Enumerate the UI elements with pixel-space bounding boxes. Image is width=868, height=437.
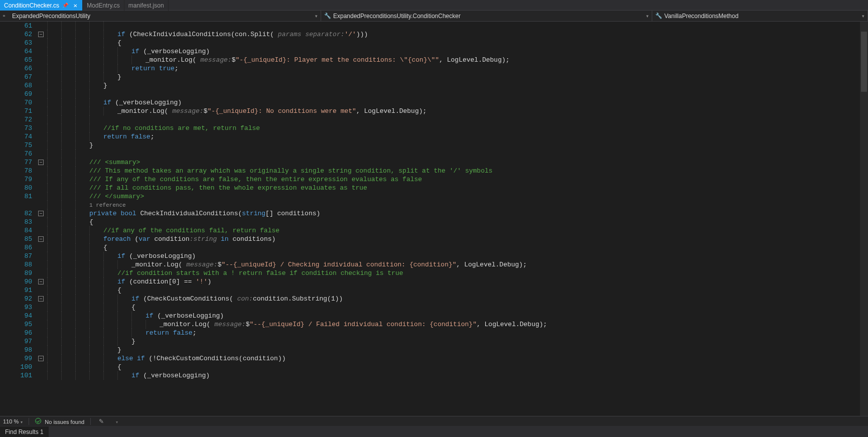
divider	[90, 418, 91, 425]
line-number: 78	[0, 167, 32, 175]
pin-icon[interactable]: 📌	[62, 3, 68, 8]
vertical-scrollbar[interactable]	[860, 22, 868, 416]
code-line	[45, 22, 868, 30]
code-line: //if no conditions are met, return false	[45, 124, 868, 132]
code-line: /// <summary>	[45, 158, 868, 167]
namespace-icon: ▫	[3, 13, 10, 20]
line-number: 96	[0, 329, 32, 337]
code-line: _monitor.Log( message:$"--{_uniqueId} / …	[45, 260, 868, 269]
line-number: 72	[0, 115, 32, 124]
code-line: foreach (var condition:string in conditi…	[45, 235, 868, 243]
close-icon[interactable]	[72, 2, 78, 9]
code-line: return false;	[45, 132, 868, 141]
brush-dropdown[interactable]	[112, 418, 120, 425]
code-line	[45, 150, 868, 158]
line-number: 93	[0, 303, 32, 312]
line-number: 71	[0, 107, 32, 115]
code-line: if (condition[0] == '!')	[45, 277, 868, 286]
fold-toggle[interactable]	[38, 160, 44, 165]
line-number: 95	[0, 320, 32, 329]
code-line: if (_verboseLogging)	[45, 312, 868, 320]
line-number: 70	[0, 98, 32, 107]
code-line: if (CheckIndividualConditions(con.Split(…	[45, 30, 868, 39]
file-tab-modentry[interactable]: ModEntry.cs	[83, 0, 124, 11]
breadcrumb-bar: ▫ ExpandedPreconditionsUtility 🔧 Expande…	[0, 11, 868, 22]
breadcrumb-namespace[interactable]: ▫ ExpandedPreconditionsUtility	[0, 11, 321, 21]
line-number: 65	[0, 56, 32, 64]
line-number: 63	[0, 39, 32, 47]
line-number: 76	[0, 150, 32, 158]
code-line: if (CheckCustomConditions( con:condition…	[45, 295, 868, 303]
method-icon: 🔧	[655, 13, 662, 20]
line-number: 69	[0, 90, 32, 98]
bottom-tool-tabs: Find Results 1	[0, 426, 868, 437]
tab-bar: ConditionChecker.cs 📌 ModEntry.cs manife…	[0, 0, 868, 11]
code-line: private bool CheckIndividualConditions(s…	[45, 209, 868, 218]
code-line: }	[45, 346, 868, 354]
fold-toggle[interactable]	[38, 236, 44, 242]
line-number: 84	[0, 226, 32, 235]
breadcrumb-text: ExpandedPreconditionsUtility.ConditionCh…	[333, 13, 461, 20]
code-editor[interactable]: 6162636465666768697071727374757677787980…	[0, 22, 868, 383]
divider	[29, 418, 29, 425]
code-line	[45, 115, 868, 124]
scrollbar-thumb[interactable]	[861, 32, 867, 92]
file-tab-conditionchecker[interactable]: ConditionChecker.cs 📌	[0, 0, 83, 11]
file-tab-manifest[interactable]: manifest.json	[124, 0, 169, 11]
breadcrumb-method[interactable]: 🔧 VanillaPreconditionsMethod	[652, 11, 868, 21]
code-area[interactable]: if (CheckIndividualConditions(con.Split(…	[45, 22, 868, 383]
code-line: {	[45, 39, 868, 47]
line-number: 86	[0, 243, 32, 252]
issues-text: No issues found	[45, 419, 84, 425]
code-line: return false;	[45, 329, 868, 337]
line-number	[0, 201, 32, 209]
code-line: if (_verboseLogging)	[45, 98, 868, 107]
code-line: _monitor.Log( message:$"--{_uniqueId} / …	[45, 320, 868, 329]
code-line: if (_verboseLogging)	[45, 371, 868, 380]
code-line: //if any of the conditions fail, return …	[45, 226, 868, 235]
line-number: 85	[0, 235, 32, 243]
fold-gutter	[37, 22, 45, 383]
issues-indicator[interactable]: No issues found	[35, 418, 84, 425]
code-line: }	[45, 81, 868, 90]
line-number: 90	[0, 277, 32, 286]
line-number: 68	[0, 81, 32, 90]
line-number: 97	[0, 337, 32, 346]
line-number: 77	[0, 158, 32, 167]
line-number: 73	[0, 124, 32, 132]
code-line: {	[45, 243, 868, 252]
zoom-level[interactable]: 110 %	[3, 418, 23, 424]
fold-toggle[interactable]	[38, 279, 44, 284]
code-line: /// If all conditions pass, then the who…	[45, 184, 868, 192]
find-results-tab[interactable]: Find Results 1	[0, 426, 49, 437]
code-line: if (_verboseLogging)	[45, 47, 868, 56]
line-number: 80	[0, 184, 32, 192]
editor-status-bar: 110 % No issues found ✎	[0, 416, 868, 426]
line-number: 67	[0, 73, 32, 81]
code-line: _monitor.Log( message:$"-{_uniqueId}: Pl…	[45, 56, 868, 64]
line-number: 100	[0, 363, 32, 371]
line-number: 82	[0, 209, 32, 218]
code-line: else if (!CheckCustomConditions(conditio…	[45, 354, 868, 363]
line-number: 88	[0, 260, 32, 269]
tab-label: ModEntry.cs	[87, 2, 120, 9]
code-line: }	[45, 73, 868, 81]
line-number: 101	[0, 371, 32, 380]
code-line: if (_verboseLogging)	[45, 252, 868, 260]
line-number: 81	[0, 192, 32, 201]
fold-toggle[interactable]	[38, 211, 44, 216]
code-line: {	[45, 303, 868, 312]
line-number-gutter: 6162636465666768697071727374757677787980…	[0, 22, 37, 383]
fold-toggle[interactable]	[38, 32, 44, 37]
line-number: 64	[0, 47, 32, 56]
ok-icon	[35, 418, 41, 424]
breadcrumb-class[interactable]: 🔧 ExpandedPreconditionsUtility.Condition…	[321, 11, 652, 21]
breadcrumb-text: ExpandedPreconditionsUtility	[12, 13, 90, 20]
line-number: 74	[0, 132, 32, 141]
line-number: 79	[0, 175, 32, 184]
code-line: _monitor.Log( message:$"-{_uniqueId}: No…	[45, 107, 868, 115]
fold-toggle[interactable]	[38, 356, 44, 361]
brush-icon[interactable]: ✎	[97, 418, 106, 425]
codelens[interactable]: 1 reference	[45, 201, 868, 209]
fold-toggle[interactable]	[38, 296, 44, 302]
